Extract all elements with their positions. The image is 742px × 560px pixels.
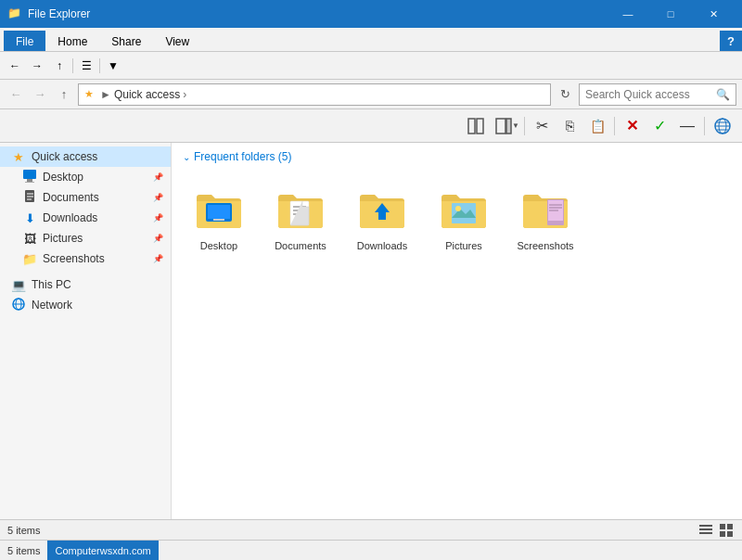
nav-forward-btn[interactable]: → (30, 84, 50, 105)
toolbar-recent-btn[interactable]: ☰ (75, 55, 97, 77)
toolbar-separator-1 (72, 58, 73, 73)
maximize-button[interactable]: □ (649, 0, 692, 28)
globe-btn[interactable] (709, 113, 736, 139)
svg-rect-21 (208, 205, 230, 219)
globe-icon (713, 117, 732, 135)
nav-back-btn[interactable]: ← (6, 84, 26, 105)
nav-up-btn[interactable]: ↑ (54, 84, 74, 105)
preview-pane-icon (495, 118, 512, 134)
preview-icon (495, 118, 512, 134)
search-box[interactable]: 🔍 (579, 83, 736, 106)
command-bar: ▼ ✂ ⎘ 📋 ✕ ✓ — (0, 109, 742, 143)
svg-rect-38 (699, 532, 712, 534)
details-view-icon (699, 524, 712, 537)
desktop-folder-icon (195, 188, 243, 229)
folder-icon-downloads (354, 181, 410, 236)
item-count-2: 5 items (7, 545, 40, 556)
pictures-pin-icon: 📌 (153, 234, 163, 243)
item-count-1: 5 items (7, 525, 40, 536)
tab-file[interactable]: File (4, 31, 45, 51)
cmd-sep-3 (704, 117, 705, 135)
folder-item-pictures[interactable]: Pictures (428, 176, 500, 256)
folder-item-documents[interactable]: Documents (264, 176, 337, 256)
path-star-icon: ★ (84, 88, 94, 100)
folder-item-screenshots[interactable]: Screenshots (509, 176, 582, 256)
folder-label-downloads: Downloads (357, 240, 407, 251)
view-pane-icon (467, 118, 484, 134)
network-label: Computerwsxdn.com (55, 545, 150, 556)
search-input[interactable] (585, 88, 716, 101)
screenshots-pin-icon: 📌 (153, 254, 163, 263)
sidebar-item-pictures[interactable]: 🖼 Pictures 📌 (0, 228, 171, 248)
window-controls: — □ ✕ (607, 0, 735, 28)
tab-view[interactable]: View (153, 31, 201, 51)
delete-btn[interactable]: ✕ (619, 113, 645, 139)
rename-btn[interactable]: ✓ (646, 113, 672, 139)
svg-rect-22 (213, 219, 224, 221)
sidebar-item-screenshots[interactable]: 📁 Screenshots 📌 (0, 248, 171, 269)
preview-pane-btn[interactable]: ▼ (491, 113, 520, 139)
help-button[interactable]: ? (720, 31, 742, 51)
folder-label-desktop: Desktop (200, 240, 237, 251)
folder-label-screenshots: Screenshots (517, 240, 573, 251)
svg-rect-37 (699, 528, 712, 530)
folder-icon-pictures (436, 181, 492, 236)
svg-rect-11 (27, 179, 32, 182)
network-indicator: Computerwsxdn.com (47, 541, 158, 561)
cut-btn[interactable]: ✂ (529, 113, 555, 139)
folder-label-pictures: Pictures (445, 240, 482, 251)
view-large-btn[interactable] (718, 522, 735, 539)
toolbar-up-btn[interactable]: ↑ (48, 55, 70, 77)
close-button[interactable]: ✕ (692, 0, 735, 28)
downloads-pin-icon: 📌 (153, 213, 163, 223)
sidebar-item-documents[interactable]: Documents 📌 (0, 187, 171, 208)
svg-rect-2 (496, 119, 505, 134)
refresh-btn[interactable]: ↻ (555, 84, 575, 105)
svg-rect-9 (23, 170, 36, 179)
view-details-btn[interactable] (697, 522, 714, 539)
sidebar-item-desktop[interactable]: Desktop 📌 (0, 167, 171, 187)
toolbar-customize-btn[interactable]: ▼ (102, 55, 124, 77)
app-title: File Explorer (28, 7, 607, 20)
section-header: ⌄ Frequent folders (5) (183, 150, 731, 163)
section-label: Frequent folders (5) (194, 150, 291, 163)
sidebar-label-quick-access: Quick access (32, 150, 163, 163)
svg-rect-36 (699, 525, 712, 527)
view-pane-btn[interactable] (463, 113, 489, 139)
copy-btn[interactable]: ⎘ (556, 113, 582, 139)
svg-rect-1 (477, 119, 483, 134)
folder-label-documents: Documents (275, 240, 326, 251)
toolbar-back-btn[interactable]: ← (4, 55, 26, 77)
toolbar: ← → ↑ ☰ ▼ (0, 52, 742, 80)
sidebar-item-downloads[interactable]: ⬇ Downloads 📌 (0, 208, 171, 228)
folder-item-downloads[interactable]: Downloads (346, 176, 418, 256)
minimize-button[interactable]: — (607, 0, 649, 28)
main-layout: ★ Quick access Desktop 📌 Documents 📌 ⬇ D… (0, 143, 742, 519)
search-icon: 🔍 (716, 88, 730, 101)
svg-rect-12 (25, 182, 34, 183)
path-arrow-1: ► (100, 88, 111, 101)
desktop-icon (22, 170, 37, 185)
svg-rect-40 (727, 524, 733, 529)
cmd-sep-2 (614, 117, 615, 135)
svg-point-30 (455, 206, 461, 211)
pictures-icon: 🖼 (22, 232, 37, 246)
sidebar-item-network[interactable]: Network (0, 295, 171, 315)
folder-icon-desktop (191, 181, 247, 236)
address-path[interactable]: ★ ► Quick access › (78, 83, 551, 106)
toolbar-forward-btn[interactable]: → (26, 55, 48, 77)
tab-home[interactable]: Home (45, 31, 99, 51)
sidebar-label-pictures: Pictures (43, 232, 153, 245)
tab-share[interactable]: Share (99, 31, 153, 51)
sidebar-label-desktop: Desktop (43, 171, 153, 184)
new-folder-btn[interactable]: — (674, 113, 700, 139)
svg-rect-39 (720, 524, 725, 529)
sidebar-label-downloads: Downloads (43, 211, 153, 224)
sidebar-item-quick-access[interactable]: ★ Quick access (0, 146, 171, 167)
sidebar-label-documents: Documents (43, 191, 153, 204)
svg-rect-41 (720, 531, 725, 537)
svg-rect-0 (468, 119, 475, 134)
paste-btn[interactable]: 📋 (584, 113, 610, 139)
sidebar-item-this-pc[interactable]: 💻 This PC (0, 274, 171, 295)
folder-item-desktop[interactable]: Desktop (183, 176, 255, 256)
